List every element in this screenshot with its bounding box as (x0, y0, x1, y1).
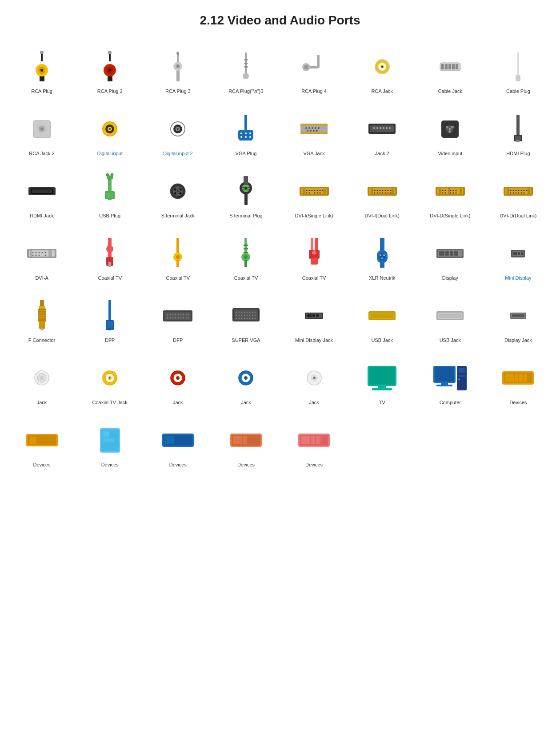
svg-point-257 (167, 314, 168, 315)
svg-point-186 (518, 193, 519, 194)
svg-point-272 (183, 317, 184, 318)
item-jack4: Jack (281, 357, 347, 414)
item-empty1 (349, 419, 415, 477)
svg-rect-90 (515, 136, 521, 141)
item-vga-jack: VGA Jack (281, 108, 347, 165)
svg-point-85 (451, 126, 454, 129)
svg-point-281 (246, 312, 248, 313)
svg-point-198 (32, 255, 34, 256)
svg-point-286 (238, 315, 240, 316)
svg-rect-366 (233, 436, 242, 444)
svg-point-131 (316, 193, 318, 194)
item-coaxial-tv2: Coaxial TV (145, 232, 211, 290)
svg-point-283 (252, 312, 253, 313)
svg-point-260 (175, 314, 176, 315)
svg-rect-171 (439, 189, 441, 194)
item-usb-plug: USB Plug (77, 170, 143, 228)
item-coaxial-tv1: Coaxial TV (77, 232, 143, 290)
item-mini-display: Mini Display (485, 232, 551, 290)
svg-rect-306 (312, 314, 315, 317)
svg-point-258 (170, 314, 171, 315)
svg-point-144 (390, 190, 391, 191)
svg-rect-316 (512, 314, 524, 317)
svg-rect-246 (38, 313, 46, 313)
item-cable-jack: Cable Jack (417, 45, 483, 103)
item-super-vga: SUPER VGA (213, 294, 279, 352)
svg-rect-236 (454, 251, 458, 256)
svg-point-125 (319, 190, 320, 191)
svg-point-323 (109, 378, 111, 379)
svg-rect-254 (108, 328, 111, 330)
svg-point-193 (32, 252, 34, 253)
svg-point-58 (249, 136, 251, 138)
svg-point-265 (188, 314, 190, 315)
item-digital-input: Digital input (77, 108, 143, 165)
svg-point-262 (180, 314, 182, 315)
svg-rect-94 (32, 189, 52, 193)
svg-rect-351 (515, 374, 518, 382)
svg-point-188 (523, 193, 524, 194)
svg-rect-202 (48, 250, 52, 257)
item-f-connector: F Connector (9, 294, 75, 352)
item-hdmi-plug: HDMI Plug (485, 108, 551, 165)
svg-rect-356 (30, 437, 36, 444)
svg-point-64 (312, 127, 313, 129)
svg-point-327 (177, 378, 179, 379)
svg-rect-210 (176, 260, 179, 267)
svg-point-62 (305, 127, 307, 129)
svg-rect-207 (108, 262, 111, 267)
svg-point-274 (188, 317, 190, 318)
svg-rect-240 (518, 252, 520, 255)
svg-point-161 (452, 190, 454, 191)
icon-grid: RCA Plug RCA Plug 2 (9, 45, 551, 477)
svg-point-107 (174, 193, 176, 195)
svg-point-259 (172, 314, 174, 315)
svg-point-287 (241, 315, 242, 316)
svg-point-124 (316, 190, 318, 191)
svg-rect-154 (371, 189, 373, 194)
svg-point-123 (314, 190, 315, 191)
item-rca-plug-2: RCA Plug 2 (77, 45, 143, 103)
item-dvi-d-dual: DVI-D(Dual Link) (485, 170, 551, 228)
svg-point-223 (312, 250, 316, 255)
svg-point-264 (186, 314, 187, 315)
svg-rect-59 (239, 138, 252, 141)
svg-rect-88 (516, 115, 520, 137)
svg-rect-235 (450, 251, 453, 256)
svg-point-132 (319, 193, 320, 194)
svg-rect-342 (441, 383, 448, 385)
svg-rect-216 (244, 245, 248, 246)
svg-rect-36 (456, 64, 458, 69)
svg-point-263 (183, 314, 184, 315)
svg-point-158 (442, 190, 443, 191)
svg-point-84 (446, 126, 448, 129)
svg-point-9 (108, 69, 111, 72)
svg-point-46 (109, 128, 111, 130)
item-cable-plug: Cable Plug (485, 45, 551, 103)
svg-point-293 (236, 318, 237, 319)
svg-point-273 (186, 317, 187, 318)
svg-point-87 (449, 128, 451, 130)
svg-point-126 (322, 190, 323, 191)
svg-rect-33 (445, 64, 448, 69)
svg-point-200 (39, 255, 40, 256)
svg-rect-71 (300, 126, 302, 132)
svg-rect-38 (516, 75, 520, 81)
svg-rect-352 (519, 374, 523, 382)
svg-point-77 (380, 127, 381, 129)
svg-point-290 (249, 315, 250, 316)
svg-point-15 (177, 65, 179, 67)
item-devices2: Devices (9, 419, 75, 477)
svg-point-11 (108, 51, 112, 54)
svg-rect-116 (244, 176, 248, 185)
svg-rect-245 (38, 310, 46, 311)
svg-point-165 (444, 193, 446, 194)
item-empty2 (417, 419, 483, 477)
svg-point-140 (379, 190, 380, 191)
item-coaxial-tv3: Coaxial TV (213, 232, 279, 290)
svg-rect-203 (30, 250, 32, 257)
item-mini-display-jack: Mini Display Jack (281, 294, 347, 352)
item-hdmi-jack: HDMI Jack (9, 170, 75, 228)
svg-point-347 (458, 378, 460, 380)
page-title: 2.12 Video and Audio Ports (9, 13, 551, 28)
